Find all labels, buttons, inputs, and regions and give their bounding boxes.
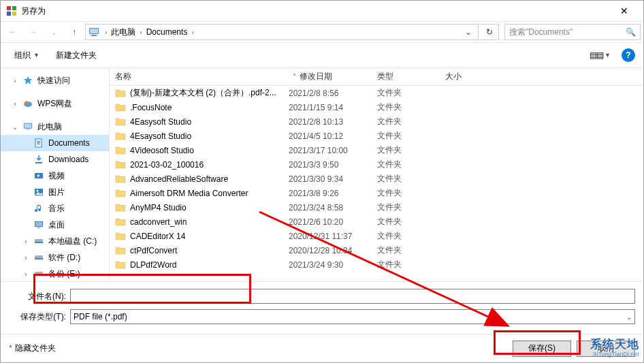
drive-icon	[33, 236, 44, 247]
chevron-right-icon: ›	[22, 238, 29, 245]
file-name: AdvancedReliableSoftware	[130, 174, 289, 184]
folder-icon	[115, 102, 126, 113]
watermark: 系统天地 XiTongTianDi.net	[590, 338, 639, 358]
filetype-label: 保存类型(T):	[9, 311, 70, 323]
file-type: 文件夹	[377, 87, 445, 99]
title-bar: 另存为 ✕	[1, 1, 643, 21]
app-icon	[6, 5, 17, 16]
sidebar-pictures[interactable]: › 图片	[1, 184, 109, 200]
help-button[interactable]: ?	[622, 48, 635, 62]
sidebar-drive-c[interactable]: › 本地磁盘 (C:)	[1, 233, 109, 249]
file-row[interactable]: ctPdfConvert2020/12/28 10:34文件夹	[110, 243, 643, 257]
column-header-type[interactable]: 类型	[377, 71, 445, 82]
file-row[interactable]: .FocusNote2021/1/15 9:14文件夹	[110, 100, 643, 114]
svg-rect-15	[37, 141, 40, 142]
svg-rect-32	[35, 274, 43, 276]
file-row[interactable]: CADEditorX 142020/12/31 11:37文件夹	[110, 229, 643, 243]
file-modified: 2021/3/30 9:34	[289, 174, 377, 184]
file-row[interactable]: AnyMP4 Studio2021/3/24 8:58文件夹	[110, 200, 643, 215]
pictures-icon	[33, 187, 44, 198]
sidebar-documents[interactable]: › Documents	[1, 135, 109, 151]
hide-folders-button[interactable]: ˄ 隐藏文件夹	[9, 343, 56, 354]
breadcrumb-documents[interactable]: Documents	[145, 27, 189, 37]
file-name: Aimersoft DRM Media Converter	[130, 189, 289, 198]
chevron-right-icon: ›	[22, 254, 29, 262]
sidebar-downloads[interactable]: › Downloads	[1, 151, 109, 168]
view-icon: ▤▤	[590, 50, 603, 60]
breadcrumb-this-pc[interactable]: 此电脑	[110, 27, 137, 38]
sidebar-quick-access[interactable]: › 快速访问	[1, 72, 109, 89]
documents-icon	[33, 138, 44, 148]
filetype-select[interactable]: PDF file (*.pdf) ⌄	[70, 309, 635, 324]
new-folder-button[interactable]: 新建文件夹	[50, 48, 102, 63]
search-placeholder: 搜索"Documents"	[509, 27, 626, 38]
chevron-up-icon: ˄	[9, 345, 12, 352]
save-button[interactable]: 保存(S)	[513, 341, 571, 357]
file-modified: 2021/3/8 9:26	[289, 189, 377, 198]
sidebar-this-pc[interactable]: ⌄ 此电脑	[1, 119, 109, 135]
file-row[interactable]: 2021-03-02_1000162021/3/3 9:50文件夹	[110, 157, 643, 172]
refresh-button[interactable]: ↻	[480, 24, 499, 40]
music-icon	[33, 203, 44, 214]
sidebar-drive-d[interactable]: › 软件 (D:)	[1, 249, 109, 266]
desktop-icon	[33, 219, 44, 230]
file-list[interactable]: (复制)-新建文本文档 (2)（合并）.pdf-2...2021/2/8 8:5…	[110, 86, 643, 281]
chevron-right-icon: ›	[189, 29, 196, 36]
view-options-button[interactable]: ▤▤ ▼	[585, 48, 615, 62]
sidebar-music[interactable]: › 音乐	[1, 200, 109, 217]
column-header-modified[interactable]: 修改日期	[289, 71, 377, 82]
folder-icon	[115, 131, 126, 142]
file-type: 文件夹	[377, 202, 445, 213]
sidebar-desktop[interactable]: › 桌面	[1, 217, 109, 233]
file-row[interactable]: AdvancedReliableSoftware2021/3/30 9:34文件…	[110, 172, 643, 186]
breadcrumb[interactable]: › 此电脑 › Documents › ⌄	[85, 24, 479, 40]
sidebar-videos[interactable]: › 视频	[1, 168, 109, 184]
search-input[interactable]: 搜索"Documents" 🔍	[504, 24, 641, 40]
svg-rect-28	[35, 242, 43, 243]
svg-rect-6	[92, 35, 96, 35]
file-row[interactable]: cadconvert_win2021/2/6 10:20文件夹	[110, 215, 643, 229]
svg-rect-13	[26, 129, 29, 130]
file-row[interactable]: Aimersoft DRM Media Converter2021/3/8 9:…	[110, 186, 643, 200]
file-modified: 2021/2/8 8:56	[289, 89, 377, 98]
file-modified: 2020/12/28 10:34	[289, 246, 377, 255]
file-name: 4Esaysoft Studio	[130, 131, 289, 141]
organize-button[interactable]: 组织 ▼	[9, 48, 45, 63]
file-row[interactable]: 4Easysoft Studio2021/2/8 10:13文件夹	[110, 114, 643, 129]
folder-icon	[115, 188, 126, 199]
file-row[interactable]: DLPdf2Word2021/3/24 9:30文件夹	[110, 257, 643, 272]
svg-rect-3	[12, 12, 16, 16]
file-type: 文件夹	[377, 173, 445, 185]
filename-label: 文件名(N):	[9, 291, 70, 302]
file-modified: 2021/3/17 10:00	[289, 146, 377, 155]
chevron-down-icon: ▼	[33, 52, 39, 59]
file-row[interactable]: (复制)-新建文本文档 (2)（合并）.pdf-2...2021/2/8 8:5…	[110, 86, 643, 100]
nav-recent-button[interactable]: ⌄	[44, 24, 63, 40]
file-name: cadconvert_win	[130, 217, 289, 227]
file-name: 2021-03-02_100016	[130, 160, 289, 170]
file-row[interactable]: 4Esaysoft Studio2021/4/5 10:12文件夹	[110, 129, 643, 143]
filename-input[interactable]	[70, 289, 635, 304]
file-row[interactable]: 4Videosoft Studio2021/3/17 10:00文件夹	[110, 143, 643, 157]
file-name: 4Videosoft Studio	[130, 146, 289, 155]
cloud-icon	[22, 98, 33, 109]
svg-rect-18	[35, 162, 42, 163]
column-header-name[interactable]: 名称	[115, 71, 289, 82]
file-type: 文件夹	[377, 244, 445, 256]
sidebar-drive-e[interactable]: › 备份 (E:)	[1, 266, 109, 281]
nav-forward-button[interactable]: →	[24, 24, 43, 40]
svg-point-10	[25, 101, 29, 105]
nav-back-button[interactable]: ←	[3, 24, 22, 40]
chevron-right-icon: ›	[22, 270, 29, 278]
file-name: .FocusNote	[130, 103, 289, 112]
folder-icon	[115, 174, 126, 185]
star-icon	[22, 75, 33, 86]
file-modified: 2021/3/24 9:30	[289, 260, 377, 270]
breadcrumb-dropdown-button[interactable]: ⌄	[462, 27, 475, 37]
file-modified: 2021/2/6 10:20	[289, 217, 377, 227]
window-close-button[interactable]: ✕	[611, 1, 638, 21]
sidebar-wps[interactable]: › WPS网盘	[1, 95, 109, 112]
column-header-size[interactable]: 大小	[445, 71, 500, 82]
chevron-down-icon: ⌄	[626, 313, 632, 321]
nav-up-button[interactable]: ↑	[65, 24, 84, 40]
